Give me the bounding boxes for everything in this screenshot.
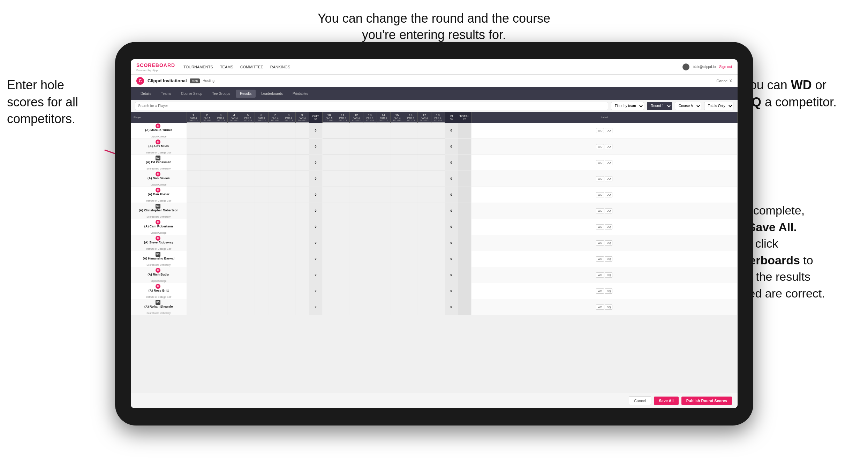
score-input-hole-2[interactable] <box>201 127 213 134</box>
round-select[interactable]: Round 1 <box>647 102 672 110</box>
score-input-hole-6[interactable] <box>256 175 267 182</box>
score-input-hole-3[interactable] <box>215 207 227 214</box>
score-input-hole-6[interactable] <box>256 159 267 166</box>
nav-tournaments[interactable]: TOURNAMENTS <box>183 65 213 69</box>
score-input-hole-2[interactable] <box>201 143 213 150</box>
score-input-hole-13[interactable] <box>364 127 376 134</box>
score-input-hole-3[interactable] <box>215 287 227 294</box>
score-input-hole-16[interactable] <box>405 159 417 166</box>
dq-button[interactable]: DQ <box>605 272 612 278</box>
score-input-hole-8[interactable] <box>283 255 295 262</box>
score-input-hole-12[interactable] <box>350 287 362 294</box>
score-input-hole-10[interactable] <box>323 191 335 198</box>
score-input-hole-16[interactable] <box>405 175 417 182</box>
dq-button[interactable]: DQ <box>605 128 612 133</box>
score-input-hole-1[interactable] <box>188 127 199 134</box>
dq-button[interactable]: DQ <box>605 192 612 197</box>
score-input-hole-16[interactable] <box>405 303 417 310</box>
score-input-hole-17[interactable] <box>418 239 430 246</box>
dq-button[interactable]: DQ <box>605 176 612 181</box>
score-input-hole-12[interactable] <box>350 143 362 150</box>
score-input-hole-4[interactable] <box>228 191 240 198</box>
score-input-hole-9[interactable] <box>296 303 308 310</box>
score-input-hole-18[interactable] <box>432 239 444 246</box>
score-input-hole-9[interactable] <box>296 191 308 198</box>
score-input-hole-8[interactable] <box>283 175 295 182</box>
score-input-hole-15[interactable] <box>391 287 403 294</box>
score-input-hole-5[interactable] <box>242 207 254 214</box>
score-input-hole-15[interactable] <box>391 175 403 182</box>
score-input-hole-1[interactable] <box>188 191 199 198</box>
nav-rankings[interactable]: RANKINGS <box>270 65 290 69</box>
score-input-hole-17[interactable] <box>418 143 430 150</box>
score-input-hole-5[interactable] <box>242 175 254 182</box>
score-input-hole-14[interactable] <box>378 207 390 214</box>
score-input-hole-10[interactable] <box>323 239 335 246</box>
score-input-hole-11[interactable] <box>337 127 349 134</box>
score-input-hole-8[interactable] <box>283 287 295 294</box>
score-input-hole-5[interactable] <box>242 287 254 294</box>
score-input-hole-1[interactable] <box>188 271 199 278</box>
score-input-hole-15[interactable] <box>391 159 403 166</box>
score-input-hole-16[interactable] <box>405 191 417 198</box>
score-input-hole-6[interactable] <box>256 127 267 134</box>
score-input-hole-2[interactable] <box>201 303 213 310</box>
save-all-button[interactable]: Save All <box>654 397 678 405</box>
score-input-hole-17[interactable] <box>418 255 430 262</box>
dq-button[interactable]: DQ <box>605 256 612 262</box>
score-input-hole-17[interactable] <box>418 191 430 198</box>
score-input-hole-14[interactable] <box>378 191 390 198</box>
score-input-hole-4[interactable] <box>228 207 240 214</box>
score-input-hole-1[interactable] <box>188 303 199 310</box>
score-input-hole-3[interactable] <box>215 255 227 262</box>
score-input-hole-12[interactable] <box>350 159 362 166</box>
tab-details[interactable]: Details <box>136 90 156 98</box>
score-input-hole-18[interactable] <box>432 287 444 294</box>
wd-button[interactable]: WD <box>596 160 604 165</box>
score-input-hole-2[interactable] <box>201 271 213 278</box>
score-input-hole-17[interactable] <box>418 175 430 182</box>
score-input-hole-13[interactable] <box>364 271 376 278</box>
score-input-hole-18[interactable] <box>432 127 444 134</box>
score-input-hole-10[interactable] <box>323 127 335 134</box>
score-input-hole-14[interactable] <box>378 143 390 150</box>
score-input-hole-4[interactable] <box>228 287 240 294</box>
score-input-hole-18[interactable] <box>432 159 444 166</box>
score-input-hole-8[interactable] <box>283 127 295 134</box>
dq-button[interactable]: DQ <box>605 160 612 165</box>
score-input-hole-18[interactable] <box>432 271 444 278</box>
wd-button[interactable]: WD <box>596 176 604 181</box>
score-input-hole-13[interactable] <box>364 159 376 166</box>
score-input-hole-18[interactable] <box>432 255 444 262</box>
score-input-hole-13[interactable] <box>364 239 376 246</box>
score-input-hole-9[interactable] <box>296 127 308 134</box>
score-input-hole-15[interactable] <box>391 223 403 230</box>
score-input-hole-2[interactable] <box>201 255 213 262</box>
score-input-hole-16[interactable] <box>405 127 417 134</box>
tab-leaderboards[interactable]: Leaderboards <box>257 90 287 98</box>
score-input-hole-17[interactable] <box>418 159 430 166</box>
score-input-hole-11[interactable] <box>337 303 349 310</box>
score-input-hole-4[interactable] <box>228 303 240 310</box>
score-input-hole-13[interactable] <box>364 255 376 262</box>
wd-button[interactable]: WD <box>596 272 604 278</box>
cancel-button[interactable]: Cancel <box>629 396 651 405</box>
score-input-hole-8[interactable] <box>283 239 295 246</box>
score-input-hole-3[interactable] <box>215 127 227 134</box>
score-input-hole-3[interactable] <box>215 223 227 230</box>
score-input-hole-9[interactable] <box>296 239 308 246</box>
score-input-hole-4[interactable] <box>228 223 240 230</box>
score-input-hole-7[interactable] <box>269 159 281 166</box>
score-input-hole-2[interactable] <box>201 191 213 198</box>
score-input-hole-5[interactable] <box>242 271 254 278</box>
score-input-hole-5[interactable] <box>242 191 254 198</box>
score-input-hole-8[interactable] <box>283 191 295 198</box>
search-input[interactable] <box>135 102 608 110</box>
score-input-hole-10[interactable] <box>323 143 335 150</box>
dq-button[interactable]: DQ <box>605 240 612 246</box>
score-input-hole-4[interactable] <box>228 255 240 262</box>
score-input-hole-16[interactable] <box>405 287 417 294</box>
score-input-hole-2[interactable] <box>201 207 213 214</box>
score-input-hole-4[interactable] <box>228 159 240 166</box>
wd-button[interactable]: WD <box>596 192 604 197</box>
